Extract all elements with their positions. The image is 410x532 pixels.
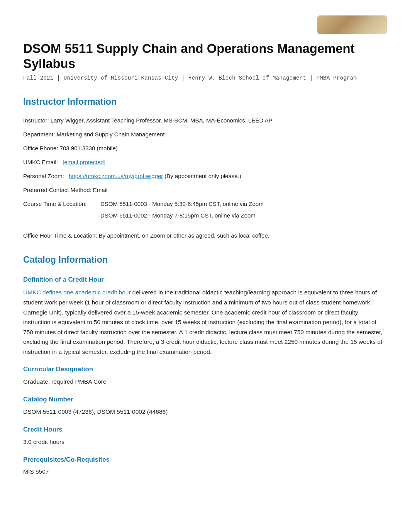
university-logo <box>317 15 387 34</box>
curricular-designation-heading: Curricular Designation <box>23 364 387 375</box>
office-hours-row: Office Hour Time & Location: By appointm… <box>23 231 387 240</box>
zoom-note: (By appointment only please.) <box>164 172 241 181</box>
phone-label: Office Phone: <box>23 144 58 153</box>
instructor-section-heading: Instructor Information <box>23 95 387 109</box>
email-label: UMKC Email: <box>23 158 58 167</box>
zoom-link[interactable]: https://umkc.zoom.us/my/prof.wigger <box>69 172 163 181</box>
credit-hour-link[interactable]: UMKC defines one academic credit hour <box>23 289 131 296</box>
credit-hours-block: Credit Hours 3.0 credit hours <box>23 425 387 447</box>
email-link[interactable]: [email protected] <box>63 158 105 167</box>
course-time-label: Course Time & Location: <box>23 199 100 220</box>
course-time-1: DSOM 5511-0003 - Monday 5:30-6:45pm CST,… <box>100 199 264 209</box>
catalog-section: Catalog Information Definition of a Cred… <box>23 253 387 477</box>
catalog-number-value: DSOM 5511-0003 (47236); DSOM 5511-0002 (… <box>23 407 387 417</box>
page-subtitle: Fall 2021 | University of Missouri-Kansa… <box>23 74 387 83</box>
prerequisites-value: MIS 5507 <box>23 467 387 477</box>
catalog-number-heading: Catalog Number <box>23 394 387 405</box>
department-value: Marketing and Supply Chain Management <box>57 130 165 139</box>
contact-method-value: Email <box>93 185 108 195</box>
phone-value: 703.901.3338 (mobile) <box>60 144 118 153</box>
course-time-values: DSOM 5511-0003 - Monday 5:30-6:45pm CST,… <box>100 199 264 220</box>
credit-hours-heading: Credit Hours <box>23 425 387 435</box>
page-title: DSOM 5511 Supply Chain and Operations Ma… <box>23 41 387 71</box>
prerequisites-heading: Prerequisites/Co-Requisites <box>23 455 387 465</box>
course-time-2: DSOM 5511-0002 - Monday 7-8:15pm CST, on… <box>100 211 264 220</box>
prerequisites-block: Prerequisites/Co-Requisites MIS 5507 <box>23 455 387 477</box>
phone-row: Office Phone: 703.901.3338 (mobile) <box>23 144 387 153</box>
office-hours-value: By appointment, on Zoom or other as agre… <box>98 231 269 240</box>
credit-hour-text: UMKC defines one academic credit hour de… <box>23 287 387 357</box>
curricular-designation-block: Curricular Designation Graduate; require… <box>23 364 387 387</box>
contact-method-row: Preferred Contact Method: Email <box>23 185 387 195</box>
department-row: Department: Marketing and Supply Chain M… <box>23 130 387 139</box>
instructor-label: Instructor: <box>23 116 49 125</box>
email-row: UMKC Email: [email protected] <box>23 158 387 167</box>
zoom-row: Personal Zoom: https://umkc.zoom.us/my/p… <box>23 172 387 181</box>
instructor-value: Larry Wigger, Assistant Teaching Profess… <box>51 116 273 125</box>
logo-area <box>23 15 387 34</box>
catalog-number-block: Catalog Number DSOM 5511-0003 (47236); D… <box>23 394 387 417</box>
zoom-label: Personal Zoom: <box>23 172 64 181</box>
instructor-row: Instructor: Larry Wigger, Assistant Teac… <box>23 116 387 125</box>
course-time-row: Course Time & Location: DSOM 5511-0003 -… <box>23 199 387 220</box>
contact-method-label: Preferred Contact Method: <box>23 185 91 195</box>
credit-hour-body: delivered in the traditional didactic te… <box>23 289 383 355</box>
credit-hour-definition-heading: Definition of a Credit Hour <box>23 275 387 285</box>
office-hours-label: Office Hour Time & Location: <box>23 231 97 240</box>
catalog-section-heading: Catalog Information <box>23 253 387 267</box>
credit-hours-value: 3.0 credit hours <box>23 437 387 447</box>
department-label: Department: <box>23 130 55 139</box>
curricular-designation-value: Graduate; required PMBA Core <box>23 377 387 387</box>
